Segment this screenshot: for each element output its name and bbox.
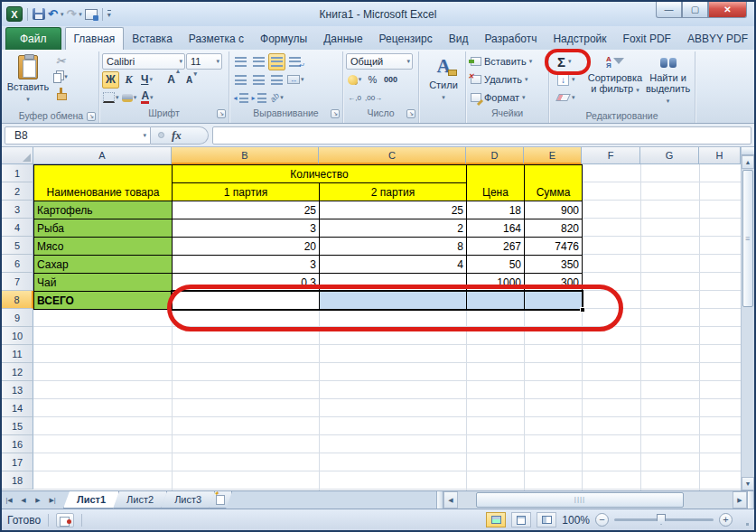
cell-C5[interactable]: 8 <box>319 237 467 256</box>
delete-cells-button[interactable]: Удалить▾ <box>469 70 546 89</box>
font-size-combo[interactable]: 11▾ <box>186 53 222 70</box>
cell-C4[interactable]: 2 <box>319 219 467 238</box>
orientation-button[interactable]: ab▾ <box>268 89 285 107</box>
close-button[interactable]: ✕ <box>708 2 747 18</box>
tab-Вид[interactable]: Вид <box>441 28 477 50</box>
cell-A6[interactable]: Сахар <box>33 255 173 274</box>
align-center-button[interactable] <box>250 71 267 89</box>
row-header-9[interactable]: 9 <box>2 309 33 327</box>
row-header-1[interactable]: 1 <box>2 164 33 182</box>
italic-button[interactable]: К <box>120 71 137 89</box>
column-header-E[interactable]: E <box>524 147 582 164</box>
number-format-combo[interactable]: Общий▾ <box>346 53 413 70</box>
accounting-format-button[interactable]: ▾ <box>346 71 363 89</box>
zoom-slider[interactable] <box>614 518 714 521</box>
cell-C3[interactable]: 25 <box>319 201 467 219</box>
align-bottom-button[interactable] <box>268 53 285 70</box>
cell-D7[interactable]: 1000 <box>466 273 525 292</box>
tab-Разработч[interactable]: Разработч <box>476 28 545 50</box>
vertical-scrollbar[interactable]: ▲ ▼ <box>741 147 754 490</box>
tab-Foxit PDF[interactable]: Foxit PDF <box>615 28 679 50</box>
tab-Разметка с[interactable]: Разметка с <box>181 28 252 50</box>
cell-C2[interactable]: 2 партия <box>319 182 467 201</box>
insert-cells-button[interactable]: Вставить▾ <box>469 52 546 70</box>
underline-button[interactable]: Ч▾ <box>138 71 155 89</box>
first-sheet-icon[interactable]: |◀ <box>2 491 16 509</box>
scroll-right-icon[interactable]: ▶ <box>733 491 747 509</box>
row-header-18[interactable]: 18 <box>2 471 33 490</box>
scroll-down-icon[interactable]: ▼ <box>742 477 754 490</box>
row-header-4[interactable]: 4 <box>2 219 33 237</box>
cell-A5[interactable]: Мясо <box>33 237 173 256</box>
row-header-10[interactable]: 10 <box>2 327 33 345</box>
clear-button[interactable]: ▾ <box>552 89 586 107</box>
cell-B6[interactable]: 3 <box>172 255 320 274</box>
cell-B1[interactable]: Количество <box>172 164 467 183</box>
tab-Формулы[interactable]: Формулы <box>252 28 315 50</box>
format-painter-button[interactable] <box>51 85 70 101</box>
row-header-7[interactable]: 7 <box>2 273 33 291</box>
sheet-tab-Лист2[interactable]: Лист2 <box>113 491 167 509</box>
insert-function-button[interactable]: fx <box>151 126 209 145</box>
increase-indent-button[interactable] <box>250 89 267 107</box>
tab-Данные[interactable]: Данные <box>315 28 370 50</box>
next-sheet-icon[interactable]: ▶ <box>31 491 45 509</box>
undo-button[interactable]: ↶ <box>48 8 58 20</box>
find-select-button[interactable]: Найти ивыделить ▾ <box>644 72 692 107</box>
merge-center-button[interactable]: ↔▾ <box>286 71 305 89</box>
column-header-B[interactable]: B <box>172 147 319 164</box>
select-all-corner[interactable] <box>2 147 33 164</box>
view-normal-button[interactable] <box>486 512 506 527</box>
column-header-F[interactable]: F <box>582 147 640 164</box>
tab-file[interactable]: Файл <box>5 27 61 50</box>
increase-decimal-button[interactable]: ←,0 <box>346 89 363 107</box>
fill-handle[interactable] <box>580 307 585 313</box>
record-macro-button[interactable] <box>56 513 74 527</box>
row-header-17[interactable]: 17 <box>2 453 33 471</box>
split-handle[interactable] <box>742 147 754 155</box>
sheet-tab-Лист1[interactable]: Лист1 <box>63 491 119 509</box>
zoom-slider-handle[interactable] <box>657 514 666 525</box>
cell-B3[interactable]: 25 <box>172 201 320 219</box>
percent-style-button[interactable]: % <box>364 71 381 89</box>
sheet-tab-Лист3[interactable]: Лист3 <box>161 491 215 509</box>
copy-button[interactable]: ▾ <box>51 69 70 85</box>
column-header-D[interactable]: D <box>466 147 524 164</box>
scroll-up-icon[interactable]: ▲ <box>742 155 754 169</box>
tab-ABBYY PDF[interactable]: ABBYY PDF <box>679 28 756 50</box>
font-name-combo[interactable]: Calibri▾ <box>102 53 185 70</box>
cell-A7[interactable]: Чай <box>33 273 173 292</box>
fill-color-button[interactable]: ▾ <box>121 89 138 107</box>
tab-Рецензирс[interactable]: Рецензирс <box>371 28 441 50</box>
paste-button[interactable]: Вставить▾ <box>6 52 50 109</box>
excel-logo-icon[interactable]: X <box>6 6 23 22</box>
column-header-C[interactable]: C <box>319 147 466 164</box>
fill-button[interactable]: ↓▾ <box>552 70 586 89</box>
view-page-layout-button[interactable] <box>511 512 531 527</box>
borders-button[interactable]: ▾ <box>102 89 120 107</box>
decrease-indent-button[interactable] <box>232 89 249 107</box>
qat-customize-button[interactable]: ▾ <box>107 10 111 19</box>
cell-C6[interactable]: 4 <box>319 255 467 274</box>
dialog-launcher-icon[interactable]: ↘ <box>406 109 415 118</box>
cell-C7[interactable] <box>319 273 467 292</box>
align-top-button[interactable] <box>232 53 249 70</box>
undo-dropdown[interactable]: ▾ <box>61 11 64 18</box>
cell-D1[interactable]: Цена <box>466 164 525 201</box>
format-cells-button[interactable]: Формат▾ <box>469 89 546 107</box>
maximize-button[interactable]: ▢ <box>682 2 708 18</box>
redo-dropdown[interactable]: ▾ <box>79 11 82 18</box>
bold-button[interactable]: Ж <box>102 71 119 89</box>
cell-E4[interactable]: 820 <box>524 219 583 238</box>
redo-button[interactable]: ↷ <box>66 8 76 20</box>
view-page-break-button[interactable] <box>537 512 556 527</box>
dialog-launcher-icon[interactable]: ↘ <box>217 109 226 118</box>
column-header-A[interactable]: A <box>33 147 172 164</box>
row-header-12[interactable]: 12 <box>2 363 33 381</box>
split-handle[interactable] <box>747 491 754 509</box>
row-header-16[interactable]: 16 <box>2 435 33 453</box>
font-color-button[interactable]: А▾ <box>139 89 156 107</box>
cell-B5[interactable]: 20 <box>172 237 320 256</box>
tab-Вставка[interactable]: Вставка <box>124 28 181 50</box>
cell-B4[interactable]: 3 <box>172 219 320 238</box>
